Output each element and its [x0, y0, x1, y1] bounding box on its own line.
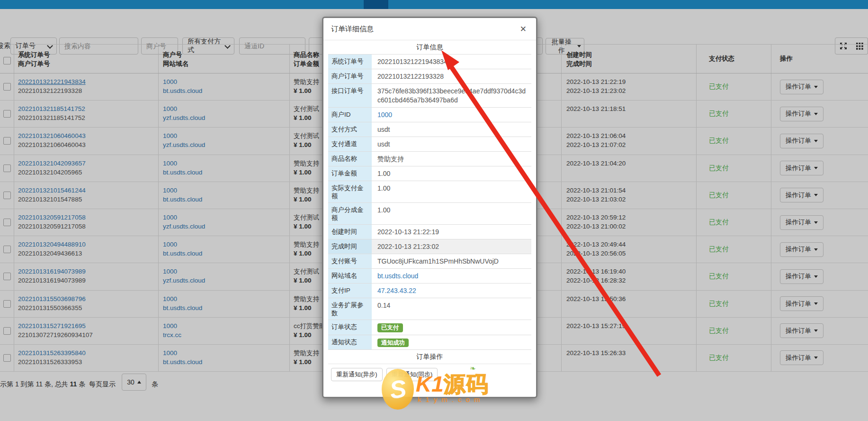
field-value-text: 2022101321221943834	[377, 58, 447, 65]
field-value-text: 1.00	[377, 170, 390, 177]
order-detail-modal: 订单详细信息 ✕ 订单信息 系统订单号 2022101321221943834 …	[322, 17, 537, 398]
field-label: 通知状态	[328, 335, 372, 350]
field-label: 业务扩展参数	[328, 298, 372, 320]
modal-title: 订单详细信息	[331, 25, 374, 34]
field-value-text: 2022-10-13 21:23:02	[377, 243, 439, 250]
detail-field-row: 支付方式 usdt	[328, 122, 531, 137]
field-value-text: 47.243.43.22	[377, 287, 416, 294]
field-label: 商品名称	[328, 152, 372, 166]
field-label: 商户ID	[328, 108, 372, 122]
field-value: usdt	[372, 137, 531, 151]
order-management-page: 搜索 订单号 所有支付方式 ⟳ 批量操作	[0, 0, 868, 421]
field-value: 通知成功	[372, 335, 531, 350]
field-label: 支付IP	[328, 284, 372, 298]
field-value: 已支付	[372, 320, 531, 335]
detail-field-row: 商户ID 1000	[328, 108, 531, 122]
detail-field-row: 商品名称 赞助支持	[328, 152, 531, 166]
field-value: 1.00	[372, 181, 531, 202]
close-icon[interactable]: ✕	[518, 24, 528, 34]
field-value-text: usdt	[377, 140, 390, 148]
field-label: 实际支付金额	[328, 181, 372, 202]
order-ops-section-title: 订单操作	[328, 350, 531, 364]
field-value: 202210132122193328	[372, 69, 531, 83]
field-value-text: 通知成功	[377, 339, 409, 348]
detail-field-row: 实际支付金额 1.00	[328, 181, 531, 203]
field-value: 2022101321221943834	[372, 55, 531, 69]
field-label: 完成时间	[328, 239, 372, 254]
field-label: 支付通道	[328, 137, 372, 151]
field-value-text: 赞助支持	[377, 155, 404, 163]
detail-field-row: 创建时间 2022-10-13 21:22:19	[328, 225, 531, 239]
field-value: 赞助支持	[372, 152, 531, 166]
field-value-text: bt.usdts.cloud	[377, 272, 418, 280]
field-value: 2022-10-13 21:23:02	[372, 239, 531, 254]
detail-field-row: 接口订单号 375c76fe83b396f133beece9e84ae7ddf9…	[328, 84, 531, 108]
field-value-text: 1.00	[377, 184, 390, 192]
field-label: 创建时间	[328, 225, 372, 239]
field-value-text: 1.00	[377, 206, 390, 214]
field-value-text: 已支付	[377, 323, 403, 332]
field-value-text: TGUoc8jUFkcam1h1SPmHhSbNwUVojD	[377, 257, 499, 265]
detail-field-row: 通知状态 通知成功	[328, 335, 531, 350]
detail-field-row: 支付账号 TGUoc8jUFkcam1h1SPmHhSbNwUVojD	[328, 254, 531, 269]
detail-field-row: 订单状态 已支付	[328, 320, 531, 335]
field-label: 商户分成金额	[328, 203, 372, 224]
order-detail-fields: 系统订单号 2022101321221943834 商户订单号 20221013…	[328, 55, 531, 350]
field-label: 系统订单号	[328, 55, 372, 69]
detail-field-row: 商户订单号 202210132122193328	[328, 69, 531, 84]
modal-body: 订单信息 系统订单号 2022101321221943834 商户订单号 202…	[323, 40, 536, 385]
field-value: 47.243.43.22	[372, 284, 531, 298]
renotify-sync-button[interactable]: 重新通知(同步)	[386, 368, 438, 381]
detail-field-row: 支付IP 47.243.43.22	[328, 284, 531, 298]
field-value: bt.usdts.cloud	[372, 269, 531, 283]
detail-field-row: 系统订单号 2022101321221943834	[328, 55, 531, 69]
field-value-text: 202210132122193328	[377, 73, 444, 80]
field-value: 375c76fe83b396f133beece9e84ae7ddf9370d4c…	[372, 84, 531, 107]
field-value-text: 375c76fe83b396f133beece9e84ae7ddf9370d4c…	[377, 87, 526, 104]
detail-field-row: 完成时间 2022-10-13 21:23:02	[328, 239, 531, 254]
field-label: 订单状态	[328, 320, 372, 335]
detail-field-row: 订单金额 1.00	[328, 166, 531, 181]
modal-header: 订单详细信息 ✕	[323, 18, 536, 40]
field-label: 支付方式	[328, 122, 372, 137]
field-value: 1.00	[372, 203, 531, 224]
field-label: 接口订单号	[328, 84, 372, 107]
field-value-text: 0.14	[377, 302, 390, 309]
detail-field-row: 支付通道 usdt	[328, 137, 531, 152]
renotify-async-button[interactable]: 重新通知(异步)	[331, 368, 383, 381]
field-label: 网站域名	[328, 269, 372, 283]
field-value: TGUoc8jUFkcam1h1SPmHhSbNwUVojD	[372, 254, 531, 268]
field-value: 1000	[372, 108, 531, 122]
field-value: usdt	[372, 122, 531, 137]
field-label: 支付账号	[328, 254, 372, 268]
field-value-text: usdt	[377, 126, 390, 133]
field-value: 2022-10-13 21:22:19	[372, 225, 531, 239]
modal-footer: 重新通知(异步) 重新通知(同步)	[328, 364, 531, 385]
detail-field-row: 网站域名 bt.usdts.cloud	[328, 269, 531, 284]
field-label: 订单金额	[328, 166, 372, 181]
order-info-section-title: 订单信息	[328, 40, 531, 55]
field-label: 商户订单号	[328, 69, 372, 83]
field-value: 1.00	[372, 166, 531, 181]
detail-field-row: 商户分成金额 1.00	[328, 203, 531, 225]
field-value: 0.14	[372, 298, 531, 320]
detail-field-row: 业务扩展参数 0.14	[328, 298, 531, 320]
field-value-text: 2022-10-13 21:22:19	[377, 228, 439, 236]
field-value-text: 1000	[377, 111, 392, 119]
